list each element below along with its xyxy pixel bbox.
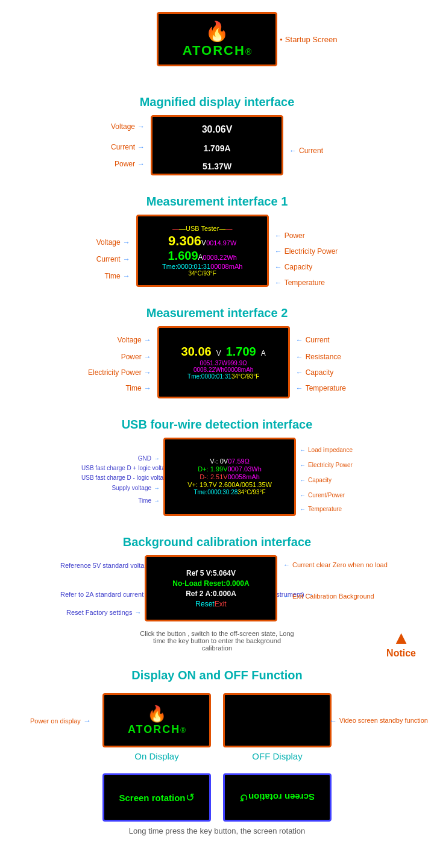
flame-icon: 🔥	[205, 20, 229, 43]
m2-time-row: Tme:0000:01:31 34°C/93°F	[187, 373, 259, 380]
on-flame-icon: 🔥	[147, 705, 166, 723]
cal-ref2-row: Ref 2 A:0.000A	[186, 590, 236, 598]
cal-ref2-val: Ref 2 A:0.000A	[186, 590, 236, 598]
m2-cap-right-label: Capacity	[296, 368, 334, 377]
cal-screen: Ref 5 V:5.064V No-Load Reset:0.000A Ref …	[145, 555, 277, 621]
magnified-screen: 30.06V 1.709A 51.37W	[151, 115, 283, 175]
power-on-label-wrap: Power on display →	[30, 716, 91, 725]
cal-reset-label: Reset Factory settings	[66, 609, 139, 616]
cal-exit-btn[interactable]: Exit	[215, 600, 227, 608]
video-screen-label: Video screen standby function	[339, 716, 428, 725]
magnified-title: Magnified display interface	[140, 95, 295, 109]
magnified-section: Magnified display interface Voltage Curr…	[0, 84, 434, 178]
mag-power-label: Power	[115, 160, 145, 168]
mag-current-label: Current	[111, 143, 145, 151]
fw-time-row: Tme:0000:30:28 34°C/93°F	[193, 489, 265, 495]
cal-title: Background calibration interface	[123, 535, 311, 549]
startup-screen: 🔥 ATORCH®	[157, 12, 277, 66]
off-screen-wrap: ← Video screen standby function	[223, 693, 332, 747]
mag-right-labels: Current	[289, 136, 323, 155]
fw-labeled-row: GND USB fast charge D + logic voltage va…	[0, 438, 434, 516]
rotation-section: Screen rotation ↺ Screen rotation ↺ Long…	[0, 767, 434, 835]
fw-gnd-label: GND	[138, 454, 160, 462]
fw-title: USB four-wire detection interface	[122, 418, 313, 432]
notice-arrow-icon: ▲	[392, 627, 410, 648]
on-display-item: 🔥 ATORCH® Power on display → On Display	[102, 693, 211, 761]
m2-row: Voltage Power Electricity Power Time 30.…	[0, 326, 434, 398]
mag-current-val: 1.709A	[203, 138, 230, 155]
rotation-flipped-icon: ↺	[239, 791, 248, 804]
m1-time-row: Tme:0000:01:31 00008mAh	[162, 263, 242, 270]
on-atorch-logo: 🔥 ATORCH®	[104, 695, 209, 746]
rotation-row: Screen rotation ↺ Screen rotation ↺	[102, 773, 332, 822]
cal-reset-btn[interactable]: Reset	[195, 600, 214, 608]
startup-label: Startup Screen	[280, 35, 338, 44]
cal-note-row: Click the button , switch to the off-scr…	[0, 627, 434, 652]
rotation-flipped-text: Screen rotation	[248, 793, 315, 803]
page: 🔥 ATORCH® Startup Screen Magnified displ…	[0, 0, 434, 854]
measurement1-section: Measurement interface 1 Voltage Current …	[0, 184, 434, 289]
fw-load-right-label: Load impedance	[300, 447, 353, 453]
notice-box: ▲ Notice	[386, 627, 416, 659]
on-display-label: On Display	[134, 751, 178, 761]
fourwire-section: USB four-wire detection interface GND US…	[0, 407, 434, 518]
m2-current-right-label: Current	[296, 336, 330, 344]
display-on-off-title: Display ON and OFF Function	[131, 668, 302, 682]
fw-temp-right-label: Temperature	[300, 506, 342, 512]
video-screen-label-wrap: ← Video screen standby function	[329, 716, 428, 725]
m1-right-labels: Power Electricity Power Capacity Tempera…	[275, 215, 338, 287]
m1-power-right-label: Power	[275, 231, 305, 240]
m2-ep-label: Electricity Power	[88, 368, 151, 377]
m1-screen: ——USB Tester—— 9.306V 0014.97W 1.609A 00…	[136, 215, 269, 287]
atorch-brand: ATORCH®	[183, 43, 251, 58]
cal-exit-label: Exit Calibration Background	[283, 593, 374, 600]
m2-right-labels: Current Resistance Capacity Temperature	[296, 332, 346, 392]
cal-click-note: Click the button , switch to the off-scr…	[139, 630, 295, 652]
m1-usb-tester: ——USB Tester——	[172, 225, 232, 232]
m2-title: Measurement interface 2	[146, 306, 288, 320]
m2-screen: 30.06V 1.709A 0051.37W 999.9Ω 0008.22Wh …	[157, 326, 290, 398]
mag-voltage-val: 30.06V	[202, 118, 233, 137]
power-on-label: Power on display	[30, 717, 81, 724]
fw-cp-right-label: Curent/Power	[300, 492, 345, 498]
m1-current-label: Current	[96, 255, 130, 263]
rotation-normal-icon: ↺	[186, 791, 195, 804]
fw-screen: V-: 0V 07.59Ω D+: 1.99V 0007.03Wh D-: 2.…	[163, 438, 296, 516]
off-display-item: ← Video screen standby function OFF Disp…	[223, 693, 332, 761]
display-on-off-section: Display ON and OFF Function 🔥 ATORCH® Po	[0, 658, 434, 761]
startup-section: 🔥 ATORCH® Startup Screen	[0, 12, 434, 78]
rotation-flipped-screen: Screen rotation ↺	[223, 773, 332, 822]
cal-noload-row: No-Load Reset:0.000A	[172, 579, 249, 588]
fw-ep-right-label: Electricity Power	[300, 462, 353, 468]
rotation-normal-text: Screen rotation	[119, 793, 185, 803]
power-on-arrow: →	[83, 716, 91, 725]
m2-res-right-label: Resistance	[296, 353, 341, 361]
m2-voltage-label: Voltage	[118, 336, 151, 344]
m1-left-labels: Voltage Current Time	[96, 221, 130, 280]
fw-time-label: Time	[138, 497, 160, 505]
cal-noload-val: No-Load Reset:0.000A	[172, 579, 249, 588]
off-display-label: OFF Display	[252, 751, 302, 761]
fw-cap-right-label: Capacity	[300, 477, 332, 483]
m2-top-row: 30.06V 1.709A	[181, 345, 266, 359]
fw-dm-label: USB fast charge D - logic voltage value	[81, 474, 160, 482]
off-screen	[223, 693, 332, 747]
fw-vp-row: V+: 19.7V 2.600A/0051.35W	[187, 481, 272, 488]
m1-temp-right-label: Temperature	[275, 278, 325, 287]
fw-dm-row: D-: 2.51V 00058mAh	[200, 473, 260, 480]
magnified-row: Voltage Current Power 30.06V 1.709A 51.3…	[0, 115, 434, 175]
m2-temp-right-label: Temperature	[296, 384, 346, 392]
fw-dp-row: D+: 1.99V 0007.03Wh	[198, 465, 262, 473]
on-off-row: 🔥 ATORCH® Power on display → On Display	[102, 693, 332, 761]
cal-clear-zero-label: Current clear Zero when no load	[283, 561, 374, 568]
startup-row: 🔥 ATORCH® Startup Screen	[157, 12, 277, 66]
cal-ref5-label: Reference 5V standard voltage calibratio…	[60, 561, 139, 570]
m1-voltage-label: Voltage	[96, 238, 130, 247]
notice-label: Notice	[386, 648, 416, 659]
m1-ep-right-label: Electricity Power	[275, 247, 338, 256]
on-screen-wrap: 🔥 ATORCH® Power on display →	[102, 693, 211, 747]
mag-voltage-label: Voltage	[111, 122, 145, 131]
on-screen: 🔥 ATORCH®	[102, 693, 211, 747]
fw-dp-label: USB fast charge D + logic voltage value	[81, 465, 160, 472]
m2-left-labels: Voltage Power Electricity Power Time	[88, 332, 151, 392]
